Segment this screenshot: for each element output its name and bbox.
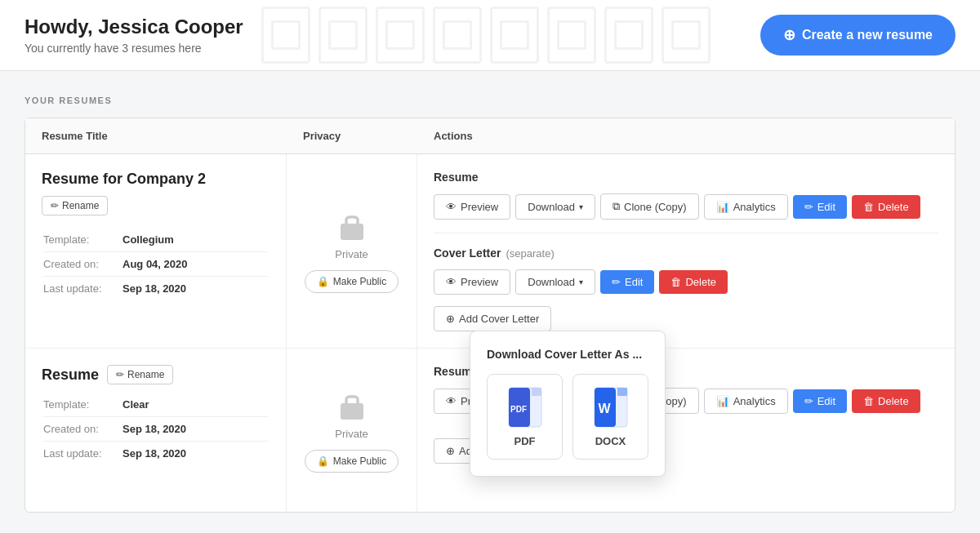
plus-icon: ⊕ xyxy=(446,313,455,325)
privacy-cell-2: Private 🔒 Make Public xyxy=(287,349,417,512)
updated-label: Last update: xyxy=(43,278,121,299)
make-public-button-1[interactable]: 🔒 Make Public xyxy=(305,270,399,293)
updated-label-2: Last update: xyxy=(43,443,121,464)
resume-edit-button-2[interactable]: ✏ Edit xyxy=(793,389,847,413)
header-left: Howdy, Jessica Cooper You currently have… xyxy=(24,16,243,55)
bg-icon-7 xyxy=(604,7,653,64)
privacy-label-2: Private xyxy=(335,428,368,440)
resume-analytics-button-1[interactable]: 📊 Analytics xyxy=(704,194,788,220)
col-header-title: Resume Title xyxy=(25,118,287,153)
docx-file-icon: W xyxy=(593,386,629,429)
trash-icon: 🗑 xyxy=(863,201,874,213)
download-cover-popup: Download Cover Letter As ... PDF PDF W xyxy=(470,331,666,477)
resume-title-cell-1: Resume for Company 2 ✏ Rename Template: … xyxy=(25,154,287,348)
resume-delete-button-2[interactable]: 🗑 Delete xyxy=(852,389,920,413)
template-value-2: Clear xyxy=(122,394,268,415)
rename-button-2[interactable]: ✏ Rename xyxy=(107,365,173,384)
resume-delete-button-1[interactable]: 🗑 Delete xyxy=(852,195,920,219)
greeting: Howdy, Jessica Cooper xyxy=(24,16,243,38)
resume-action-label-1: Resume xyxy=(434,171,938,184)
bar-chart-icon: 📊 xyxy=(716,201,729,213)
download-docx-button[interactable]: W DOCX xyxy=(572,374,648,460)
table-header: Resume Title Privacy Actions xyxy=(25,118,955,154)
template-label: Template: xyxy=(43,229,121,250)
bar-chart-icon-2: 📊 xyxy=(716,395,729,407)
lock-svg-1 xyxy=(337,209,367,243)
svg-text:PDF: PDF xyxy=(510,405,527,414)
subtitle: You currently have 3 resumes here xyxy=(24,42,243,55)
eye-icon-2: 👁 xyxy=(446,395,457,407)
resume-preview-button-1[interactable]: 👁 Preview xyxy=(434,194,510,220)
created-label-2: Created on: xyxy=(43,419,121,439)
bg-icon-1 xyxy=(261,7,310,64)
svg-text:W: W xyxy=(598,402,611,415)
lock-icon-2: Private xyxy=(335,389,368,440)
updated-value-2: Sep 18, 2020 xyxy=(122,443,268,464)
pdf-file-icon: PDF xyxy=(507,386,543,429)
table-row: Resume for Company 2 ✏ Rename Template: … xyxy=(25,154,955,349)
rename-button-1[interactable]: ✏ Rename xyxy=(42,196,108,215)
svg-rect-1 xyxy=(341,403,363,420)
privacy-cell-1: Private 🔒 Make Public xyxy=(287,154,417,348)
download-pdf-button[interactable]: PDF PDF xyxy=(487,374,563,460)
bg-icon-2 xyxy=(318,7,368,64)
docx-label: DOCX xyxy=(595,435,626,447)
cover-delete-button-1[interactable]: 🗑 Delete xyxy=(659,270,728,294)
chevron-down-icon: ▾ xyxy=(579,202,583,211)
resume-clone-button-1[interactable]: ⧉ Clone (Copy) xyxy=(600,193,699,220)
resume-title-cell-2: Resume ✏ Rename Template: Clear xyxy=(25,349,287,512)
plus-icon-cover: ⊕ xyxy=(446,445,455,457)
cover-edit-button-1[interactable]: ✏ Edit xyxy=(600,270,654,294)
trash-icon-2: 🗑 xyxy=(863,395,874,407)
resume-title-2: Resume xyxy=(42,366,99,384)
add-cover-button-1[interactable]: ⊕ Add Cover Letter xyxy=(434,306,551,331)
bg-icon-5 xyxy=(490,7,539,64)
edit-pencil-icon: ✏ xyxy=(804,201,813,213)
eye-icon: 👁 xyxy=(446,201,457,213)
bg-icon-3 xyxy=(376,7,425,64)
clone-icon: ⧉ xyxy=(612,200,620,213)
svg-rect-9 xyxy=(617,388,627,396)
actions-cell-1: Resume 👁 Preview Download ▾ ⧉ Clone (Cop… xyxy=(417,154,955,348)
make-public-button-2[interactable]: 🔒 Make Public xyxy=(305,450,399,473)
pdf-label: PDF xyxy=(514,435,536,447)
svg-rect-5 xyxy=(532,388,541,396)
resume-analytics-button-2[interactable]: 📊 Analytics xyxy=(704,389,788,414)
created-value: Aug 04, 2020 xyxy=(122,254,268,274)
created-value-2: Sep 18, 2020 xyxy=(122,419,268,439)
dropdown-title: Download Cover Letter As ... xyxy=(487,348,648,361)
col-header-privacy: Privacy xyxy=(287,118,417,153)
edit-pencil-icon-2: ✏ xyxy=(804,395,813,407)
create-new-resume-button[interactable]: ⊕ Create a new resume xyxy=(760,15,956,56)
created-label: Created on: xyxy=(43,254,121,274)
svg-rect-0 xyxy=(341,224,363,240)
lock-round-icon-2: 🔒 xyxy=(317,455,329,467)
header: Howdy, Jessica Cooper You currently have… xyxy=(0,0,980,71)
resume-action-buttons-1: 👁 Preview Download ▾ ⧉ Clone (Copy) 📊 An… xyxy=(434,193,938,220)
section-label: YOUR RESUMES xyxy=(24,95,956,105)
resume-edit-button-1[interactable]: ✏ Edit xyxy=(793,195,847,219)
plus-circle-icon: ⊕ xyxy=(783,26,795,44)
resume-meta-1: Template: Collegium Created on: Aug 04, … xyxy=(42,228,270,300)
resume-title-1: Resume for Company 2 xyxy=(42,171,270,188)
eye-icon-cover: 👁 xyxy=(446,276,457,288)
pencil-icon: ✏ xyxy=(51,200,59,211)
bg-icon-8 xyxy=(662,7,710,64)
lock-svg-2 xyxy=(337,389,367,423)
cover-action-label-1: Cover Letter (separate) xyxy=(434,247,938,260)
resume-meta-2: Template: Clear Created on: Sep 18, 2020… xyxy=(42,393,270,465)
cover-action-buttons-1: 👁 Preview Download ▾ ✏ Edit 🗑 Delete xyxy=(434,269,938,295)
lock-icon-1: Private xyxy=(335,209,368,260)
resume-download-button-1[interactable]: Download ▾ xyxy=(515,194,595,220)
cover-download-button-1[interactable]: Download ▾ xyxy=(515,269,595,295)
privacy-label-1: Private xyxy=(335,248,368,260)
lock-round-icon: 🔒 xyxy=(317,276,329,287)
pencil-icon-2: ✏ xyxy=(116,369,124,380)
cover-preview-button-1[interactable]: 👁 Preview xyxy=(434,269,510,295)
template-value: Collegium xyxy=(122,229,268,250)
trash-icon-cover: 🗑 xyxy=(670,276,681,288)
bg-icon-4 xyxy=(433,7,482,64)
chevron-down-icon-cover: ▾ xyxy=(579,278,583,286)
col-header-actions: Actions xyxy=(417,118,955,153)
header-bg-decoration xyxy=(261,0,833,70)
